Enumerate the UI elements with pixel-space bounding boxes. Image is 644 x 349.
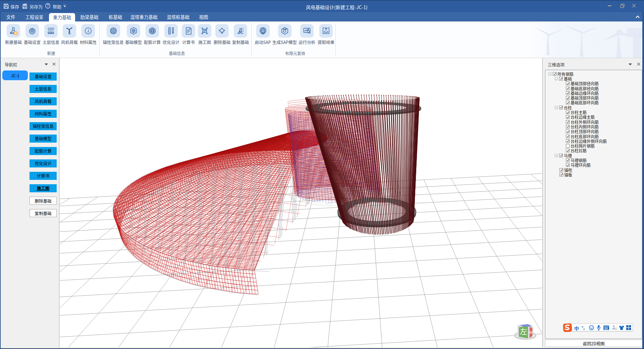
svg-text:前: 前	[529, 330, 533, 335]
svg-text:左: 左	[520, 326, 527, 336]
svg-text:?: ?	[47, 3, 49, 8]
svg-text:i: i	[88, 29, 89, 34]
svg-text:SAP: SAP	[261, 30, 265, 32]
svg-text:22: 22	[615, 327, 618, 330]
svg-text:SAP: SAP	[283, 28, 287, 30]
